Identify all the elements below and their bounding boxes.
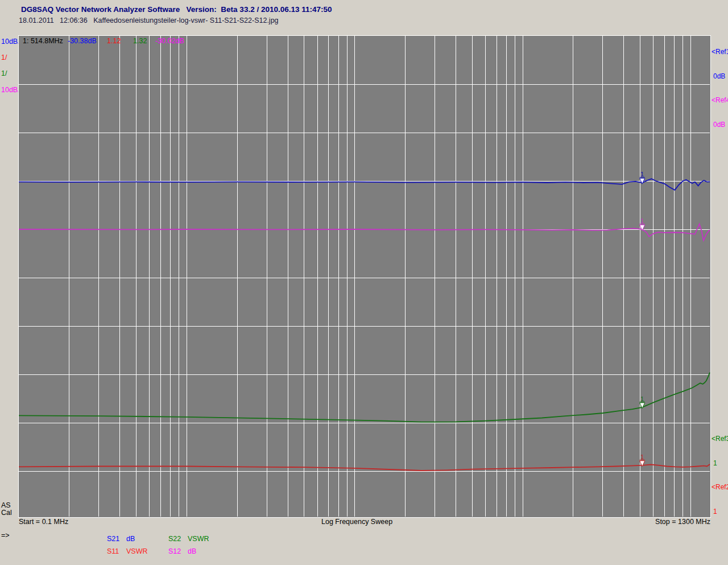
legend-s12-unit[interactable]: dB <box>188 547 196 555</box>
svg-text:1: 1 <box>640 171 644 178</box>
scale-label-s12[interactable]: 10dB/ <box>1 86 20 94</box>
ref1-value: 0dB <box>712 72 728 80</box>
ref3-name: <Ref3 <box>712 435 728 443</box>
legend-s12-name[interactable]: S12 <box>168 547 181 555</box>
ref-label-ref3[interactable]: <Ref3 1 <box>712 419 728 483</box>
marker-readout-s11: 1.12 <box>107 37 121 45</box>
cal-status-label: Cal <box>1 509 12 517</box>
ref2-value: 1 <box>712 508 728 515</box>
vnwa-window: DG8SAQ Vector Network Analyzer Software … <box>0 0 728 565</box>
axis-start-label: Start = 0.1 MHz <box>19 518 68 526</box>
svg-text:1: 1 <box>640 395 644 402</box>
sweep-plot[interactable]: 1111 <box>18 35 711 518</box>
legend-s21-unit[interactable]: dB <box>126 535 135 543</box>
marker-readout-label: 1: 514.8MHz <box>23 37 63 45</box>
legend-s22-unit[interactable]: VSWR <box>188 535 209 543</box>
ref4-name: <Ref4 <box>712 96 728 104</box>
marker-readout-s21: -30.38dB <box>68 37 97 45</box>
ref2-name: <Ref2 <box>712 483 728 491</box>
ref3-value: 1 <box>712 459 728 467</box>
legend-s21-name[interactable]: S21 <box>107 535 119 543</box>
ref1-name: <Ref1 <box>712 48 728 56</box>
sweep-subtitle: 18.01.2011 12:06:36 Kaffeedosenleistungs… <box>19 17 279 24</box>
scale-label-s21[interactable]: 10dB/ <box>1 38 20 46</box>
legend-s11-unit[interactable]: VSWR <box>126 547 148 555</box>
scale-label-s22[interactable]: 1/ <box>1 69 7 77</box>
arrow-indicator: => <box>1 531 10 539</box>
marker-readout-s12: -30.02dB <box>155 37 184 45</box>
axis-sweep-type-label: Log Frequency Sweep <box>321 518 392 526</box>
ref4-value: 0dB <box>712 121 728 129</box>
axis-stop-label: Stop = 1300 MHz <box>648 518 710 526</box>
legend-s11-name[interactable]: S11 <box>107 547 119 555</box>
legend-s22-name[interactable]: S22 <box>168 535 181 543</box>
scale-label-s11[interactable]: 1/ <box>1 53 7 61</box>
svg-text:1: 1 <box>640 453 644 460</box>
marker-readout-s22: 1.32 <box>133 37 147 45</box>
svg-text:1: 1 <box>640 217 644 224</box>
ref-label-ref4[interactable]: <Ref4 0dB <box>712 80 728 145</box>
app-title: DG8SAQ Vector Network Analyzer Software … <box>21 5 332 14</box>
